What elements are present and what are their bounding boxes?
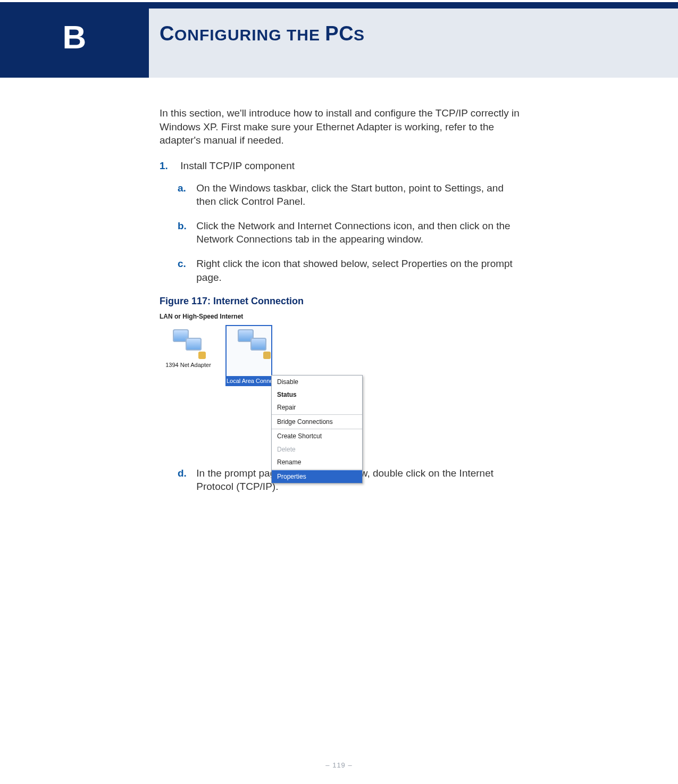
menu-item-rename[interactable]: Rename xyxy=(272,456,362,469)
figure-caption: Figure 117: Internet Connection xyxy=(160,295,532,307)
appendix-letter: B xyxy=(63,15,87,60)
substep-b: b. Click the Network and Internet Connec… xyxy=(178,219,532,246)
menu-item-properties[interactable]: Properties xyxy=(272,470,362,483)
title-small-1: ONFIGURING THE xyxy=(174,26,325,44)
appendix-badge: B xyxy=(0,9,149,78)
menu-item-repair[interactable]: Repair xyxy=(272,401,362,414)
menu-item-status[interactable]: Status xyxy=(272,388,362,401)
intro-paragraph: In this section, we'll introduce how to … xyxy=(160,106,532,147)
screenshot-figure: LAN or High-Speed Internet 1394 Net Adap… xyxy=(160,312,367,451)
page: B CONFIGURING THE PCS In this section, w… xyxy=(0,0,678,784)
top-rule xyxy=(0,2,678,9)
substep-c-label: c. xyxy=(178,257,194,271)
step-1-number: 1. xyxy=(160,159,178,173)
context-menu: Disable Status Repair Bridge Connections… xyxy=(271,375,363,484)
substeps: a. On the Windows taskbar, click the Sta… xyxy=(178,181,532,285)
page-title: CONFIGURING THE PCS xyxy=(160,20,365,47)
substep-c: c. Right click the icon that showed belo… xyxy=(178,257,532,284)
step-1: 1. Install TCP/IP component a. On the Wi… xyxy=(160,159,532,284)
local-area-connection-label: Local Area Conne xyxy=(225,376,272,386)
menu-item-create-shortcut[interactable]: Create Shortcut xyxy=(272,430,362,443)
title-cap-c: C xyxy=(160,22,174,45)
screenshot-section-header: LAN or High-Speed Internet xyxy=(160,312,367,321)
selection-highlight xyxy=(225,325,272,377)
menu-separator xyxy=(272,414,362,415)
substep-a-text: On the Windows taskbar, click the Start … xyxy=(196,181,517,208)
menu-separator xyxy=(272,469,362,470)
network-adapter-icon xyxy=(170,327,207,359)
step-1-text: Install TCP/IP component xyxy=(180,159,521,173)
content-column: In this section, we'll introduce how to … xyxy=(160,106,532,504)
title-pc: PC xyxy=(325,22,354,45)
menu-item-bridge[interactable]: Bridge Connections xyxy=(272,415,362,428)
substep-b-text: Click the Network and Internet Connectio… xyxy=(196,219,517,246)
menu-separator xyxy=(272,429,362,429)
substep-a: a. On the Windows taskbar, click the Sta… xyxy=(178,181,532,208)
page-number: – 119 – xyxy=(0,761,678,770)
substep-a-label: a. xyxy=(178,181,194,195)
ordered-steps: 1. Install TCP/IP component a. On the Wi… xyxy=(160,159,532,284)
menu-item-disable[interactable]: Disable xyxy=(272,376,362,388)
substep-c-text: Right click the icon that showed below, … xyxy=(196,257,517,284)
substep-d-label: d. xyxy=(178,466,194,480)
adapter-1394-item: 1394 Net Adapter xyxy=(161,327,216,369)
menu-item-delete: Delete xyxy=(272,443,362,456)
title-small-2: S xyxy=(354,26,365,44)
substep-b-label: b. xyxy=(178,219,194,233)
adapter-1394-label: 1394 Net Adapter xyxy=(165,361,211,369)
